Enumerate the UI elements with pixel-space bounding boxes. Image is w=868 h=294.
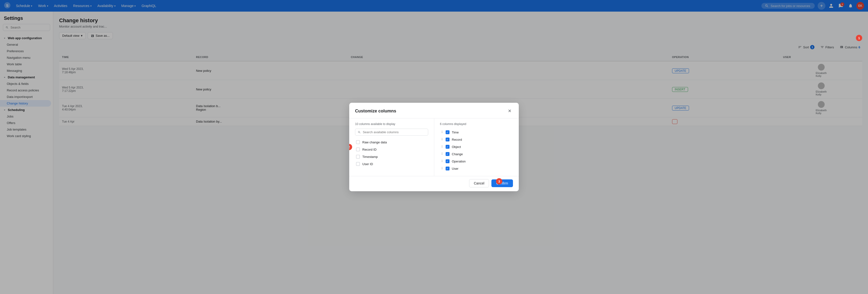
step-3-badge: 3 xyxy=(496,178,502,184)
modal-title: Customize columns xyxy=(355,109,396,114)
time-checkbox[interactable] xyxy=(445,130,450,134)
displayed-column-user[interactable]: ⠿ User xyxy=(440,165,513,172)
operation-checkbox[interactable] xyxy=(445,159,450,163)
available-column-record-id[interactable]: Record ID xyxy=(355,146,428,153)
raw-change-checkbox[interactable] xyxy=(356,140,360,144)
drag-handle-icon: ⠿ xyxy=(441,159,443,163)
available-count-label: 10 columns available to display xyxy=(355,122,428,126)
displayed-column-change[interactable]: ⠿ Change xyxy=(440,150,513,158)
object-checkbox[interactable] xyxy=(445,145,450,149)
user-checkbox[interactable] xyxy=(445,167,450,171)
modal-body: 10 columns available to display Raw chan… xyxy=(349,118,519,176)
columns-search[interactable] xyxy=(355,128,428,136)
change-checkbox[interactable] xyxy=(445,152,450,156)
record-id-checkbox[interactable] xyxy=(356,147,360,151)
drag-handle-icon: ⠿ xyxy=(441,131,443,134)
customize-columns-modal: 2 Customize columns ✕ 10 columns availab… xyxy=(349,103,519,191)
available-column-user-id[interactable]: User ID xyxy=(355,160,428,168)
modal-footer: 3 Cancel Confirm xyxy=(349,176,519,191)
user-id-checkbox[interactable] xyxy=(356,162,360,166)
record-checkbox[interactable] xyxy=(445,138,450,141)
modal-close-button[interactable]: ✕ xyxy=(506,108,513,114)
displayed-column-operation[interactable]: ⠿ Operation xyxy=(440,158,513,165)
drag-handle-icon: ⠿ xyxy=(441,167,443,170)
available-column-raw-change[interactable]: Raw change data xyxy=(355,139,428,146)
modal-overlay[interactable]: 2 Customize columns ✕ 10 columns availab… xyxy=(0,0,868,294)
displayed-column-object[interactable]: ⠿ Object xyxy=(440,143,513,150)
drag-handle-icon: ⠿ xyxy=(441,152,443,156)
drag-handle-icon: ⠿ xyxy=(441,138,443,141)
displayed-columns-panel: 6 columns displayed ⠿ Time ⠿ Record ⠿ Ob… xyxy=(434,118,519,176)
displayed-column-time[interactable]: ⠿ Time xyxy=(440,128,513,136)
timestamp-checkbox[interactable] xyxy=(356,155,360,159)
displayed-count-label: 6 columns displayed xyxy=(440,122,513,126)
step-1-badge: 1 xyxy=(856,35,862,41)
modal-header: Customize columns ✕ xyxy=(349,103,519,118)
columns-search-input[interactable] xyxy=(363,130,426,134)
displayed-column-record[interactable]: ⠿ Record xyxy=(440,136,513,143)
available-column-timestamp[interactable]: Timestamp xyxy=(355,153,428,160)
cancel-button[interactable]: Cancel xyxy=(469,179,489,187)
available-columns-panel: 10 columns available to display Raw chan… xyxy=(349,118,434,176)
drag-handle-icon: ⠿ xyxy=(441,145,443,148)
